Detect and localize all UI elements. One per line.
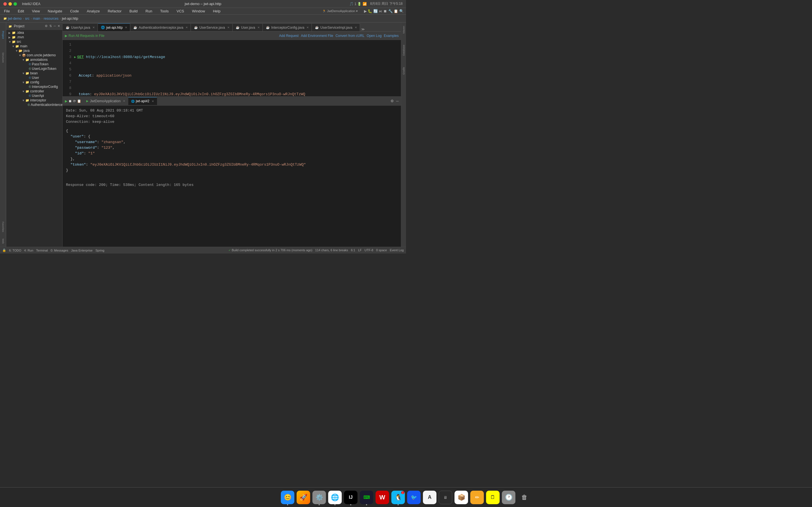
tab-userapi[interactable]: ☕ UserApi.java ✕ — [63, 23, 98, 31]
add-request-link[interactable]: Add Request — [279, 34, 299, 38]
header-key-token: token — [79, 91, 90, 96]
tree-item-idea[interactable]: ▶ 📁 .idea — [6, 31, 62, 35]
menu-vcs[interactable]: VCS — [175, 8, 186, 14]
status-messages[interactable]: 0: Messages — [51, 249, 68, 252]
breadcrumb-project[interactable]: jwt-demo — [8, 17, 22, 20]
tree-item-userlogintoken[interactable]: ▶ © UserLoginToken — [6, 66, 62, 71]
tree-item-config[interactable]: ▼ 📁 config — [6, 80, 62, 84]
tree-item-passtoken[interactable]: ▶ © PassToken — [6, 62, 62, 66]
sort-icon[interactable]: ⇅ — [49, 24, 52, 28]
tab-close-icon[interactable]: ✕ — [257, 26, 260, 29]
tab-label: UserApi.java — [71, 25, 90, 30]
tree-item-interceptor[interactable]: ▼ 📁 interceptor — [6, 98, 62, 103]
tab-interceptorconfig[interactable]: ☕ InterceptorConfig.java ✕ — [263, 23, 312, 31]
run-arrow-1[interactable]: ▶ — [74, 54, 76, 60]
convert-from-curl-link[interactable]: Convert from cURL — [336, 34, 364, 38]
more-tabs-icon[interactable]: ≫ — [361, 27, 365, 31]
menu-analyze[interactable]: Analyze — [85, 8, 101, 14]
settings-icon[interactable]: ⚙ — [391, 99, 394, 103]
run-stop-icon[interactable]: ⏹ — [68, 99, 72, 103]
menu-window[interactable]: Window — [190, 8, 207, 14]
sidebar-project-icon[interactable]: Project — [1, 24, 5, 46]
run-tab-close[interactable]: ✕ — [123, 100, 125, 103]
menu-view[interactable]: View — [30, 8, 42, 14]
tab-jwt-api[interactable]: 🌐 jwt-api.http ✕ — [98, 23, 130, 31]
tab-auth-interceptor[interactable]: ☕ AuthenticationInterceptor.java ✕ — [130, 23, 191, 31]
close-button[interactable] — [3, 2, 7, 6]
open-log-link[interactable]: Open Log — [367, 34, 382, 38]
tree-item-userapi[interactable]: ▶ © UserApi — [6, 94, 62, 98]
status-java-enterprise[interactable]: Java Enterprise — [71, 249, 93, 252]
menu-edit[interactable]: Edit — [16, 8, 26, 14]
tab-close-icon[interactable]: ✕ — [355, 26, 357, 29]
code-editor[interactable]: ▶ GET http://localhost:8080/api/getMessa… — [72, 40, 401, 96]
status-run[interactable]: 4: Run — [24, 249, 33, 252]
cursor-position: 6:1 — [351, 248, 355, 252]
menu-navigate[interactable]: Navigate — [46, 8, 64, 14]
examples-link[interactable]: Examples — [384, 34, 399, 38]
breadcrumb-resources[interactable]: resources — [44, 17, 59, 20]
add-env-file-link[interactable]: Add Environment File — [301, 34, 333, 38]
sidebar-structure-icon[interactable]: Structure — [1, 46, 5, 69]
tab-userserviceimpl[interactable]: ☕ UserServiceImpl.java ✕ — [312, 23, 360, 31]
folder-icon: 📁 — [12, 36, 16, 39]
run-rerun-icon[interactable]: ⟳ — [73, 99, 76, 103]
build-success-label: ✓ Build completed successfully in 2 s 70… — [229, 248, 312, 252]
indent[interactable]: 0 space — [376, 248, 387, 252]
package-icon: 📁 — [26, 58, 29, 62]
tree-item-package[interactable]: ▼ 📦 com.uncle.jwtdemo — [6, 53, 62, 57]
database-label[interactable]: Database — [402, 45, 405, 56]
menu-help[interactable]: Help — [211, 8, 222, 14]
run-tab-2-close[interactable]: ✕ — [152, 100, 154, 103]
sidebar-favorites-icon[interactable]: Favorites — [1, 219, 5, 235]
tree-item-java[interactable]: ▼ 📂 java — [6, 48, 62, 53]
minimize-panel-icon[interactable]: ─ — [396, 99, 399, 103]
menu-file[interactable]: File — [2, 8, 11, 14]
menu-tools[interactable]: Tools — [158, 8, 170, 14]
tree-item-interceptorconfig[interactable]: ▶ © InterceptorConfig — [6, 84, 62, 89]
breadcrumb-src[interactable]: src — [25, 17, 30, 20]
tree-item-src[interactable]: ▼ 📁 src — [6, 40, 62, 44]
run-play-icon[interactable]: ▶ — [65, 99, 67, 103]
tab-close-icon[interactable]: ✕ — [227, 26, 230, 29]
menu-code[interactable]: Code — [68, 8, 81, 14]
run-tab-jwtdemo[interactable]: ▶ JwtDemoApplication ✕ — [84, 97, 128, 105]
maximize-button[interactable] — [13, 2, 17, 6]
status-todo[interactable]: 6: TODO — [9, 249, 21, 252]
gradle-label[interactable]: Gradle — [402, 67, 405, 75]
menu-build[interactable]: Build — [128, 8, 139, 14]
gear-icon[interactable]: ⚙ — [45, 24, 48, 28]
event-log[interactable]: Event Log — [390, 248, 404, 252]
tab-close-icon[interactable]: ✕ — [125, 26, 127, 29]
minimize-button[interactable] — [8, 2, 12, 6]
encoding[interactable]: UTF-8 — [364, 248, 373, 252]
package-icon: 📁 — [26, 99, 29, 102]
status-terminal[interactable]: Terminal — [36, 249, 48, 252]
run-scroll-icon[interactable]: 📋 — [77, 99, 81, 103]
tab-userservice[interactable]: ☕ UserService.java ✕ — [191, 23, 233, 31]
tab-close-icon[interactable]: ✕ — [306, 26, 309, 29]
tab-close-icon[interactable]: ✕ — [93, 26, 95, 29]
arrow-icon: ▼ — [18, 54, 22, 57]
tree-item-main[interactable]: ▼ 📁 main — [6, 44, 62, 48]
tree-item-user[interactable]: ▶ © User — [6, 75, 62, 80]
line-ending[interactable]: LF — [358, 248, 362, 252]
run-tab-jwt-api[interactable]: 🌐 jwt-api#2 ✕ — [128, 97, 157, 105]
menu-run[interactable]: Run — [144, 8, 154, 14]
tree-item-annotations[interactable]: ▼ 📁 annotations — [6, 57, 62, 62]
tree-item-controller[interactable]: ▼ 📁 controller — [6, 89, 62, 94]
sidebar-web-icon[interactable]: Web — [1, 235, 5, 247]
tree-item-bean[interactable]: ▼ 📁 bean — [6, 71, 62, 75]
run-all-button[interactable]: ▶ Run All Requests in File — [65, 34, 104, 38]
menu-refactor[interactable]: Refactor — [106, 8, 123, 14]
tree-item-authinceptor[interactable]: ▶ © AuthenticationInterceptor — [6, 103, 62, 107]
maven-label[interactable]: Maven — [402, 26, 405, 34]
collapse-icon[interactable]: ─ — [54, 24, 56, 28]
tab-close-icon[interactable]: ✕ — [186, 26, 188, 29]
close-icon[interactable]: ✕ — [57, 24, 60, 28]
tree-item-mvn[interactable]: ▶ 📁 .mvn — [6, 35, 62, 40]
breadcrumb-main[interactable]: main — [33, 17, 40, 20]
tab-user[interactable]: ☕ User.java ✕ — [233, 23, 263, 31]
code-line-3: token: eyJ0eXAiOiJKV1QiLCJhbGciOiJIUzI1N… — [74, 91, 401, 96]
status-spring[interactable]: Spring — [95, 249, 104, 252]
